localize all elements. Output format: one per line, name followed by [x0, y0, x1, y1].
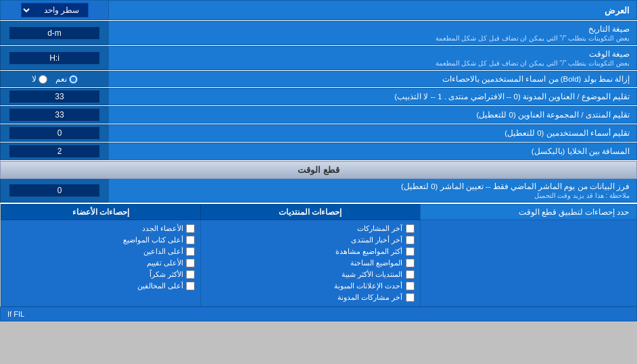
forum-title-limit-row: تقليم المنتدى / المجموعة العناوين (0 للت…	[1, 107, 637, 124]
dropdown-cell[interactable]: سطر واحد سطرين ثلاثة أسطر	[1, 1, 109, 20]
username-limit-label: تقليم أسماء المستخدمين (0 للتعطيل)	[109, 125, 637, 142]
date-format-row: صيغة التاريخ بعض التكوينات يتطلب "/" الت…	[1, 22, 637, 45]
username-limit-row: تقليم أسماء المستخدمين (0 للتعطيل)	[1, 125, 637, 142]
radio-no-label[interactable]: لا	[32, 74, 47, 84]
bottom-row: If FIL	[1, 307, 637, 321]
cut-section-header: قطع الوقت	[1, 161, 637, 179]
cb-forum-4[interactable]: المواضيع الساخنة	[206, 257, 414, 269]
username-limit-input-cell[interactable]	[1, 125, 109, 142]
cb-member-5[interactable]: الأكثر شكراً	[7, 269, 195, 280]
cell-distance-input-cell[interactable]	[1, 143, 109, 160]
time-format-label: صيغة الوقت بعض التكوينات يتطلب "/" التي …	[109, 47, 637, 70]
topic-title-limit-row: تقليم الموضوع / العناوين المدونة (0 -- ا…	[1, 88, 637, 105]
cb-forum-3[interactable]: أكثر المواضيع مشاهدة	[206, 246, 414, 257]
member-stats-col: الأعضاء الجدد أعلى كتاب المواضيع أعلى ال…	[1, 219, 201, 306]
page-title: العرض	[109, 1, 637, 20]
cb-member-3[interactable]: أعلى الداعين	[7, 246, 195, 257]
username-limit-input[interactable]	[9, 127, 99, 139]
cell-distance-row: المسافة بين الخلايا (بالبكسل)	[1, 143, 637, 160]
limit-items-col	[420, 219, 636, 306]
time-format-row: صيغة الوقت بعض التكوينات يتطلب "/" التي …	[1, 47, 637, 70]
radio-no[interactable]	[39, 75, 47, 84]
checkbox-header-row: حدد إحصاءات لتطبيق قطع الوقت إحصاءات الم…	[1, 204, 637, 307]
cb-forum-6[interactable]: أحدث الإعلانات المبوبة	[206, 280, 414, 292]
member-stats-header: إحصاءات الأعضاء	[1, 204, 201, 219]
bold-remove-row: إزالة نمط بولد (Bold) من اسماء المستخدمي…	[1, 72, 637, 87]
cb-forum-5[interactable]: المنتديات الأكثر شبية	[206, 269, 414, 280]
limit-label-cell: حدد إحصاءات لتطبيق قطع الوقت	[420, 204, 636, 219]
forum-title-limit-label: تقليم المنتدى / المجموعة العناوين (0 للت…	[109, 107, 637, 124]
forum-stats-header: إحصاءات المنتديات	[201, 204, 420, 219]
radio-yes-label[interactable]: نعم	[55, 74, 78, 84]
cb-member-4[interactable]: الأعلى تقييم	[7, 257, 195, 269]
forum-title-limit-input-cell[interactable]	[1, 107, 109, 124]
forum-stats-col: آخر المشاركات آخر أخبار المنتدى أكثر الم…	[201, 219, 420, 306]
date-format-label: صيغة التاريخ بعض التكوينات يتطلب "/" الت…	[109, 22, 637, 45]
cb-forum-1[interactable]: آخر المشاركات	[206, 223, 414, 234]
time-format-input-cell[interactable]	[1, 47, 109, 70]
cut-data-input-cell[interactable]	[1, 179, 109, 203]
forum-title-limit-input[interactable]	[9, 109, 99, 121]
cb-member-2[interactable]: أعلى كتاب المواضيع	[7, 234, 195, 246]
bold-remove-radio-cell[interactable]: نعم لا	[1, 72, 109, 87]
cb-member-1[interactable]: الأعضاء الجدد	[7, 223, 195, 234]
radio-yes[interactable]	[69, 75, 78, 84]
cb-forum-7[interactable]: آخر مشاركات المدونة	[206, 292, 414, 303]
date-format-input[interactable]	[9, 27, 99, 39]
cb-forum-2[interactable]: آخر أخبار المنتدى	[206, 234, 414, 246]
cut-section-header-row: قطع الوقت	[1, 161, 637, 179]
bold-remove-label: إزالة نمط بولد (Bold) من اسماء المستخدمي…	[109, 72, 637, 87]
display-dropdown[interactable]: سطر واحد سطرين ثلاثة أسطر	[21, 3, 89, 18]
cb-member-6[interactable]: أعلى المخالفين	[7, 280, 195, 292]
date-format-input-cell[interactable]	[1, 22, 109, 45]
cut-data-input[interactable]	[9, 184, 99, 197]
cut-data-row: فرز البيانات من يوم الماشر الماضي فقط --…	[1, 179, 637, 203]
bottom-text: If FIL	[1, 307, 637, 321]
cell-distance-label: المسافة بين الخلايا (بالبكسل)	[109, 143, 637, 160]
cell-distance-input[interactable]	[9, 145, 99, 157]
topic-title-limit-input-cell[interactable]	[1, 88, 109, 105]
header-row: العرض سطر واحد سطرين ثلاثة أسطر	[1, 1, 637, 20]
cut-data-label: فرز البيانات من يوم الماشر الماضي فقط --…	[109, 179, 637, 203]
time-format-input[interactable]	[9, 52, 99, 64]
topic-title-limit-input[interactable]	[9, 90, 99, 103]
topic-title-limit-label: تقليم الموضوع / العناوين المدونة (0 -- ا…	[109, 88, 637, 105]
